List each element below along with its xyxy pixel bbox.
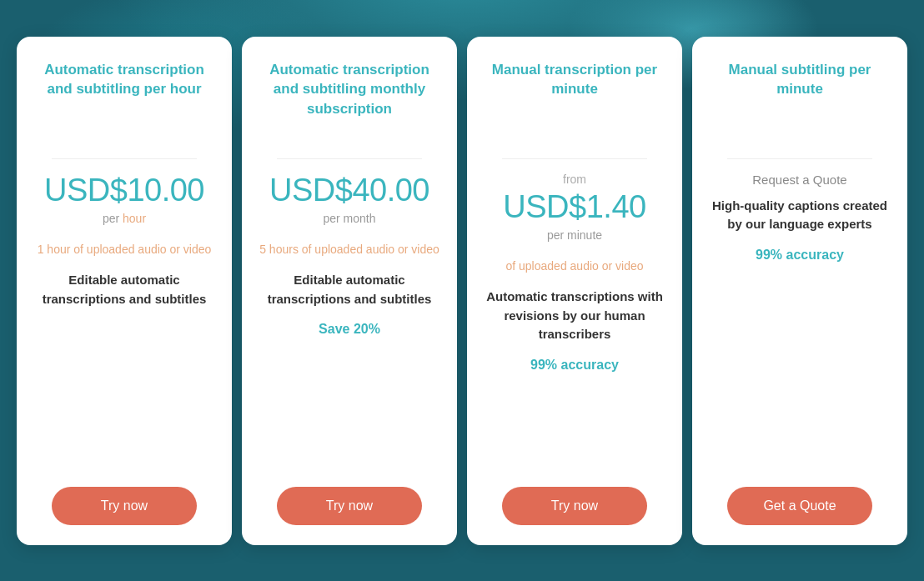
- card-period: per minute: [547, 228, 602, 242]
- card-title: Manual transcription per minute: [484, 60, 665, 135]
- pricing-card-auto-monthly: Automatic transcription and subtitling m…: [242, 37, 457, 545]
- card-accuracy: 99% accuracy: [530, 358, 619, 373]
- pricing-card-manual-per-minute: Manual transcription per minutefromUSD$1…: [467, 37, 682, 545]
- card-price: USD$1.40: [503, 189, 645, 225]
- card-period: per month: [323, 212, 375, 225]
- card-cta-button[interactable]: Try now: [52, 487, 197, 525]
- card-title: Manual subtitling per minute: [709, 60, 891, 135]
- card-period: per hour: [103, 212, 146, 225]
- card-feature-bold: High-quality captions created by our lan…: [709, 197, 891, 234]
- card-accuracy: 99% accuracy: [756, 248, 844, 263]
- card-save: Save 20%: [319, 322, 380, 337]
- card-cta-button[interactable]: Get a Quote: [727, 487, 872, 525]
- card-price: USD$10.00: [44, 173, 204, 208]
- pricing-cards: Automatic transcription and subtitling p…: [17, 37, 907, 545]
- card-divider: [502, 158, 647, 159]
- card-feature-bold: Editable automatic transcriptions and su…: [33, 271, 215, 308]
- card-feature-primary: 5 hours of uploaded audio or video: [259, 242, 439, 258]
- card-feature-bold: Automatic transcriptions with revisions …: [484, 288, 665, 344]
- card-feature-primary: of uploaded audio or video: [505, 258, 643, 275]
- card-title: Automatic transcription and subtitling m…: [259, 60, 440, 135]
- card-from-label: from: [563, 173, 586, 186]
- card-cta-button[interactable]: Try now: [277, 487, 422, 525]
- pricing-card-auto-per-hour: Automatic transcription and subtitling p…: [17, 37, 232, 545]
- card-divider: [52, 158, 197, 159]
- card-feature-bold: Editable automatic transcriptions and su…: [259, 271, 440, 308]
- card-title: Automatic transcription and subtitling p…: [33, 60, 215, 135]
- card-divider: [727, 158, 872, 159]
- card-cta-button[interactable]: Try now: [502, 487, 647, 525]
- pricing-card-manual-subtitling: Manual subtitling per minuteRequest a Qu…: [692, 37, 907, 545]
- card-request-quote: Request a Quote: [752, 173, 846, 187]
- card-divider: [277, 158, 422, 159]
- card-price: USD$40.00: [269, 173, 429, 208]
- card-feature-primary: 1 hour of uploaded audio or video: [38, 242, 212, 258]
